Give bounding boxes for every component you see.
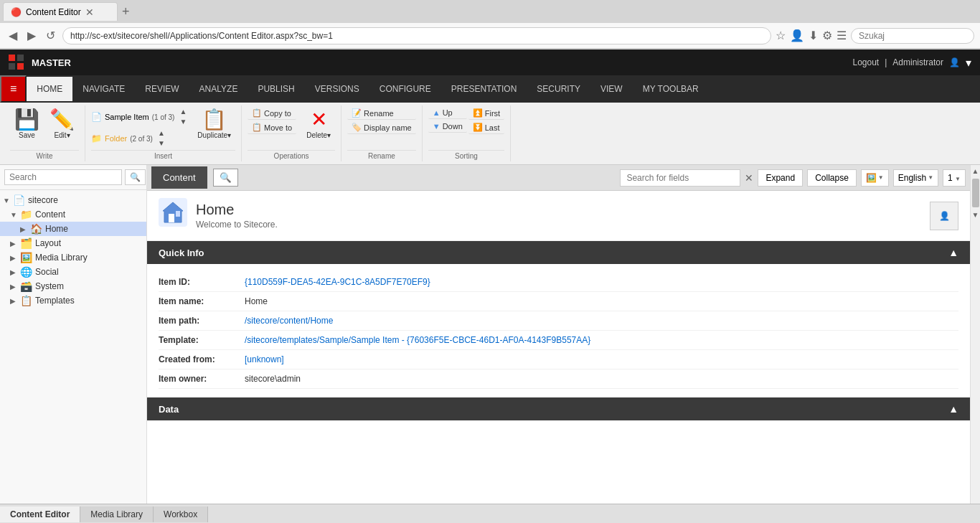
tree-item-system[interactable]: ▶ 🗃️ System [0,279,146,293]
ribbon-tab-navigate[interactable]: NAVIGATE [72,77,135,101]
logout-link[interactable]: Logout [852,57,879,67]
folder-up-arrow[interactable]: ▲ [156,128,167,138]
logo-cell-3 [9,63,15,70]
tree-item-home[interactable]: ▶ 🏠 Home [0,222,146,236]
bottom-tab-media-library-label: Media Library [90,509,143,519]
display-name-button[interactable]: 🏷️ Display name [347,121,416,134]
save-label: Save [19,131,35,139]
sitecore-arrow: ▼ [3,197,13,204]
ribbon-tab-analyze[interactable]: ANALYZE [189,77,248,101]
ribbon-tab-security[interactable]: SECURITY [527,77,590,101]
content-toolbar: Content 🔍 ✕ Expand Collapse 🖼️ ▼ [147,165,970,191]
down-button[interactable]: ▼ Down [428,121,467,133]
first-button[interactable]: ⏫ First [468,107,504,120]
account-button[interactable]: 👤 [790,29,804,42]
copy-to-button[interactable]: 📋 Copy to [248,107,296,120]
tree-item-social[interactable]: ▶ 🌐 Social [0,265,146,279]
folder-icon: 📁 [91,133,102,143]
sample-item-down-arrow[interactable]: ▼ [177,117,189,127]
content-tab[interactable]: Content [151,166,207,189]
ribbon-tab-configure[interactable]: CONFIGURE [369,77,441,101]
ribbon-write-items: 💾 Save ✏️ Edit▾ [10,107,79,149]
hamburger-button[interactable]: ≡ [0,75,27,103]
tree-item-templates[interactable]: ▶ 📋 Templates [0,293,146,308]
search-input[interactable] [4,169,122,185]
home-svg-icon [159,198,187,227]
bottom-tab-workbox[interactable]: Workbox [154,506,208,522]
sample-item-counter: (1 of 3) [152,113,175,121]
search-fields-input[interactable] [620,169,740,187]
sample-item-up-arrow[interactable]: ▲ [177,107,189,117]
image-dropdown[interactable]: 🖼️ ▼ [861,169,889,187]
tree-item-layout[interactable]: ▶ 🗂️ Layout [0,236,146,250]
down-label: Down [443,122,463,131]
page-num-selector[interactable]: 1 ▼ [943,169,966,187]
tab-close-button[interactable]: ✕ [85,6,94,18]
forward-button[interactable]: ▶ [24,27,39,44]
tree-item-media-library[interactable]: ▶ 🖼️ Media Library [0,250,146,265]
settings-button[interactable]: ⚙ [822,29,832,42]
item-path-label: Item path: [159,316,245,326]
last-button[interactable]: ⏬ Last [468,121,504,134]
search-clear-button[interactable]: ✕ [745,172,753,184]
info-row-template: Template: /sitecore/templates/Sample/Sam… [159,331,958,350]
scroll-up-arrow[interactable]: ▲ [971,166,980,176]
right-scrollbar[interactable]: ▲ ▼ [970,165,980,504]
bottom-tab-media-library[interactable]: Media Library [80,506,154,522]
new-tab-button[interactable]: + [118,4,134,19]
data-section-collapse-button[interactable]: ▲ [948,403,958,415]
move-to-button[interactable]: 📋 Move to [248,121,296,134]
bottom-tab-content-editor-label: Content Editor [10,509,70,519]
quick-info-header[interactable]: Quick Info ▲ [147,241,970,264]
up-button[interactable]: ▲ Up [428,107,467,119]
item-name-value: Home [245,296,268,306]
tree-item-content[interactable]: ▼ 📁 Content [0,207,146,222]
ribbon-tab-versions[interactable]: VERSIONS [305,77,369,101]
search-button[interactable]: 🔍 [125,169,146,185]
data-section-header[interactable]: Data ▲ [147,397,970,420]
ribbon-toggle-button[interactable]: ▾ [966,56,971,70]
content-search-button[interactable]: 🔍 [213,169,238,187]
down-icon: ▼ [433,122,440,131]
scroll-down-arrow[interactable]: ▼ [971,210,980,220]
back-button[interactable]: ◀ [6,27,20,44]
scroll-thumb[interactable] [972,179,979,207]
folder-down-arrow[interactable]: ▼ [156,138,167,149]
folder-row: 📁 Folder (2 of 3) ▲ ▼ [91,128,189,149]
up-icon: ▲ [433,108,440,117]
page-dropdown-arrow: ▼ [955,176,961,182]
bottom-tab-content-editor[interactable]: Content Editor [0,506,80,522]
duplicate-button[interactable]: 📋 Duplicate▾ [193,107,235,142]
quick-info-collapse-button[interactable]: ▲ [948,247,958,258]
ribbon-tab-publish[interactable]: PUBLISH [248,77,304,101]
ribbon-tab-mytoolbar[interactable]: MY TOOLBAR [633,77,709,101]
language-selector[interactable]: English ▼ [893,169,938,187]
menu-button[interactable]: ☰ [837,29,847,42]
browser-search-input[interactable] [851,28,974,44]
browser-tab-active[interactable]: 🔴 Content Editor ✕ [3,2,118,21]
url-bar[interactable] [62,27,771,44]
browser-addressbar: ◀ ▶ ↺ ☆ 👤 ⬇ ⚙ ☰ [0,23,980,49]
app: MASTER Logout | Administrator 👤 ▾ ≡ HOME… [0,50,980,523]
ribbon-tab-presentation[interactable]: PRESENTATION [441,77,527,101]
ribbon-rename-items: 📝 Rename 🏷️ Display name [347,107,416,149]
expand-button[interactable]: Expand [758,169,803,187]
item-id-label: Item ID: [159,277,245,287]
bookmark-button[interactable]: ☆ [776,29,786,42]
rename-button[interactable]: 📝 Rename [347,107,416,120]
save-button[interactable]: 💾 Save [10,107,44,142]
delete-button[interactable]: ✕ Delete▾ [302,107,335,142]
ribbon-insert-items: 📄 Sample Item (1 of 3) ▲ ▼ 📁 Folder (2 o [91,107,235,149]
ribbon-tab-review[interactable]: REVIEW [135,77,189,101]
download-button[interactable]: ⬇ [809,29,818,42]
collapse-button[interactable]: Collapse [807,169,857,187]
tree-item-sitecore[interactable]: ▼ 📄 sitecore [0,193,146,207]
templates-label: Templates [35,296,75,306]
ribbon-tab-home[interactable]: HOME [27,77,72,101]
app-header: MASTER Logout | Administrator 👤 ▾ [0,50,980,75]
ribbon-tab-view[interactable]: VIEW [590,77,633,101]
reload-button[interactable]: ↺ [43,27,58,44]
edit-button[interactable]: ✏️ Edit▾ [45,107,79,142]
info-row-item-id: Item ID: {110D559F-DEA5-42EA-9C1C-8A5DF7… [159,273,958,292]
content-label: Content [35,209,65,220]
